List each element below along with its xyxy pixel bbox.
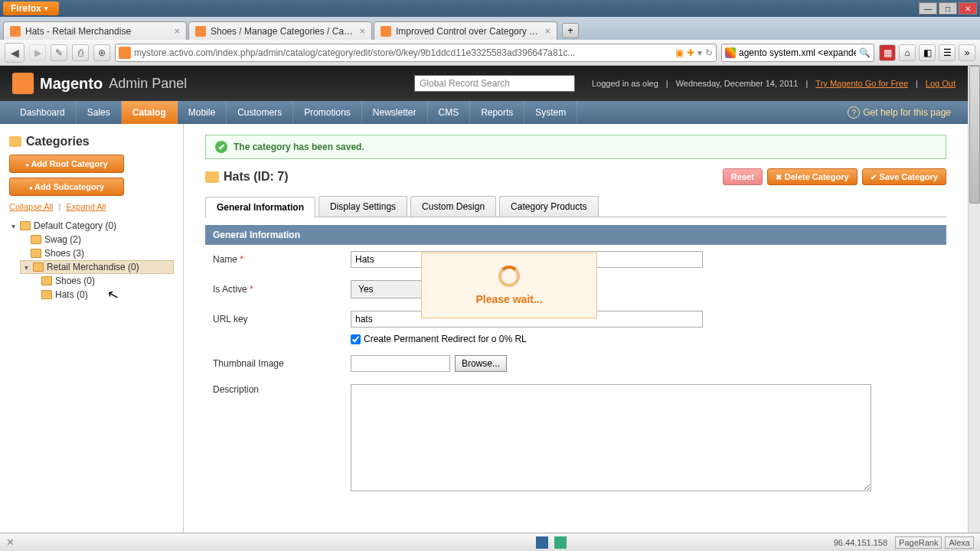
- page-scrollbar[interactable]: [968, 66, 980, 533]
- menu-system[interactable]: System: [524, 101, 577, 124]
- name-label: Name *: [213, 254, 351, 265]
- menu-newsletter[interactable]: Newsletter: [362, 101, 428, 124]
- search-go-icon[interactable]: 🔍: [859, 47, 871, 58]
- is-active-label: Is Active *: [213, 284, 351, 295]
- tree-node-retail-merchandise[interactable]: ▾Retail Merchandise (0): [20, 260, 174, 274]
- browser-tabbar: Hats - Retail Merchandise × Shoes / Mana…: [0, 17, 980, 40]
- add-root-category-button[interactable]: Add Root Category: [9, 155, 124, 173]
- thumbnail-input[interactable]: [351, 355, 450, 372]
- tab-general-information[interactable]: General Information: [205, 197, 315, 217]
- menu-sales[interactable]: Sales: [77, 101, 122, 124]
- menu-promotions[interactable]: Promotions: [293, 101, 362, 124]
- status-indicator-icon[interactable]: [554, 536, 567, 549]
- logout-link[interactable]: Log Out: [926, 79, 956, 88]
- window-maximize-button[interactable]: □: [939, 2, 957, 15]
- globe-icon[interactable]: ⊕: [93, 44, 110, 61]
- tree-node-shoes[interactable]: Shoes (3): [20, 246, 174, 260]
- home-icon[interactable]: ⌂: [899, 44, 916, 61]
- add-subcategory-button[interactable]: Add Subcategory: [9, 178, 124, 196]
- reset-button[interactable]: Reset: [723, 168, 763, 185]
- url-bar[interactable]: ▣ ✚ ▾ ↻: [115, 44, 717, 62]
- sidebar-title: Categories: [9, 135, 174, 148]
- tab-close-icon[interactable]: ×: [174, 25, 180, 37]
- browser-navbar: ◀ ▶ ✎ ⎙ ⊕ ▣ ✚ ▾ ↻ 🔍 ▦ ⌂ ◧ ☰ »: [0, 40, 980, 66]
- search-input[interactable]: [739, 47, 856, 58]
- tab-custom-design[interactable]: Custom Design: [410, 196, 496, 217]
- page-title: Hats (ID: 7): [224, 170, 288, 184]
- folder-icon: [205, 171, 219, 183]
- help-link[interactable]: Get help for this page: [840, 101, 959, 124]
- search-engine-icon[interactable]: [725, 47, 736, 58]
- menu-customers[interactable]: Customers: [227, 101, 293, 124]
- status-indicator-icon[interactable]: [536, 536, 548, 549]
- loading-overlay: Please wait...: [421, 253, 597, 318]
- permanent-redirect-label: Create Permanent Redirect for o 0% RL: [364, 334, 527, 344]
- expand-all-link[interactable]: Expand All: [66, 202, 106, 211]
- favicon-icon: [10, 26, 21, 37]
- favicon-icon: [195, 26, 206, 37]
- save-category-button[interactable]: Save Category: [862, 168, 946, 185]
- menu-mobile[interactable]: Mobile: [178, 101, 227, 124]
- collapse-all-link[interactable]: Collapse All: [9, 202, 53, 211]
- browse-button[interactable]: Browse...: [455, 355, 507, 372]
- forward-button[interactable]: ▶: [29, 44, 46, 61]
- tree-node-swag[interactable]: Swag (2): [20, 233, 174, 246]
- tab-category-products[interactable]: Category Products: [499, 196, 598, 217]
- tab-close-icon[interactable]: ×: [544, 25, 550, 37]
- feed-icon[interactable]: ▣: [675, 47, 684, 58]
- permanent-redirect-checkbox[interactable]: [351, 334, 361, 344]
- highlight-icon[interactable]: ✎: [51, 44, 67, 61]
- main-menu: Dashboard Sales Catalog Mobile Customers…: [0, 101, 968, 124]
- statusbar-close-icon[interactable]: ✕: [6, 536, 15, 548]
- logged-in-label: Logged in as oleg: [592, 79, 658, 88]
- url-input[interactable]: [134, 47, 672, 58]
- tree-node-shoes-child[interactable]: Shoes (0): [31, 274, 174, 288]
- site-identity-icon[interactable]: [119, 47, 131, 59]
- reload-icon[interactable]: ↻: [705, 47, 713, 58]
- folder-icon: [20, 221, 31, 230]
- alexa-label[interactable]: Alexa: [945, 536, 974, 549]
- try-magento-link[interactable]: Try Magento Go for Free: [815, 79, 908, 88]
- favicon-icon: [381, 26, 391, 37]
- menu-reports[interactable]: Reports: [470, 101, 524, 124]
- menu-dashboard[interactable]: Dashboard: [9, 101, 77, 124]
- brand-name: Magento: [40, 75, 103, 93]
- tree-node-hats[interactable]: Hats (0): [31, 288, 174, 302]
- description-textarea[interactable]: [351, 384, 871, 491]
- pagerank-label[interactable]: PageRank: [895, 536, 942, 549]
- extension-icon[interactable]: ◧: [919, 44, 936, 61]
- menu-chevron-icon[interactable]: »: [959, 44, 975, 61]
- window-minimize-button[interactable]: —: [919, 2, 937, 15]
- brand-subtitle: Admin Panel: [109, 76, 187, 92]
- browser-tab[interactable]: Shoes / Manage Categories / Categor... ×: [188, 21, 372, 40]
- main-content: The category has been saved. Hats (ID: 7…: [184, 124, 968, 533]
- folder-icon: [31, 235, 41, 244]
- print-icon[interactable]: ⎙: [72, 44, 89, 61]
- dropdown-icon[interactable]: ▾: [697, 47, 702, 58]
- magento-logo-icon: [12, 73, 34, 94]
- new-tab-button[interactable]: +: [562, 23, 579, 38]
- delete-category-button[interactable]: Delete Category: [767, 168, 858, 185]
- menu-catalog[interactable]: Catalog: [122, 101, 178, 124]
- window-close-button[interactable]: ✕: [959, 2, 977, 15]
- tree-collapse-icon[interactable]: ▾: [9, 222, 17, 230]
- tab-display-settings[interactable]: Display Settings: [318, 196, 407, 217]
- firefox-menu-button[interactable]: Firefox: [3, 2, 59, 15]
- bookmarks-icon[interactable]: ☰: [939, 44, 956, 61]
- browser-tab[interactable]: Improved Control over Category URL ... ×: [374, 21, 557, 40]
- adblock-icon[interactable]: ▦: [879, 44, 896, 61]
- tab-label: Hats - Retail Merchandise: [25, 26, 169, 37]
- page-content: Magento Admin Panel Logged in as oleg | …: [0, 66, 968, 533]
- tab-close-icon[interactable]: ×: [359, 25, 365, 37]
- menu-cms[interactable]: CMS: [428, 101, 471, 124]
- scrollbar-thumb[interactable]: [969, 66, 980, 204]
- search-bar[interactable]: 🔍: [721, 44, 874, 62]
- tree-node-default[interactable]: ▾Default Category (0): [9, 219, 174, 233]
- bookmark-star-icon[interactable]: ✚: [687, 47, 694, 58]
- global-search-input[interactable]: [414, 75, 575, 92]
- tab-label: Improved Control over Category URL ...: [396, 26, 540, 37]
- tree-collapse-icon[interactable]: ▾: [22, 263, 30, 272]
- back-button[interactable]: ◀: [5, 43, 24, 63]
- browser-tab[interactable]: Hats - Retail Merchandise ×: [3, 21, 187, 40]
- divider: |: [806, 79, 808, 88]
